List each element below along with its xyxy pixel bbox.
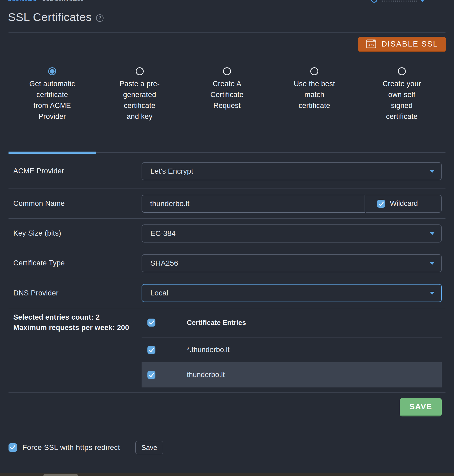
max-requests-per-week: Maximum requests per week: 200: [13, 323, 142, 333]
help-icon[interactable]: ?: [96, 14, 104, 22]
entries-header-label: Certificate Entries: [187, 319, 246, 327]
breadcrumb: DashboardSSL Certificates: [8, 0, 84, 2]
tab-label: Paste a pre-generated certificate and ke…: [117, 78, 163, 122]
breadcrumb-current: SSL Certificates: [42, 0, 84, 2]
acme-provider-label: ACME Provider: [9, 167, 142, 175]
wildcard-label: Wildcard: [390, 199, 418, 208]
acme-form: ACME Provider Let's Encrypt Common Name …: [9, 154, 445, 308]
active-tab-indicator: [9, 152, 96, 154]
ssl-certificates-page: DashboardSSL Certificates SSL Certificat…: [0, 0, 454, 476]
header-divider: [9, 32, 445, 33]
key-size-row: Key Size (bits) EC-384: [9, 219, 445, 248]
radio-icon[interactable]: [310, 67, 318, 75]
force-ssl-save-button[interactable]: Save: [135, 441, 163, 454]
certificate-type-select[interactable]: SHA256: [142, 254, 442, 272]
page-title: SSL Certificates: [8, 11, 92, 24]
svg-text:</>: </>: [368, 43, 375, 47]
key-size-value: EC-384: [150, 229, 176, 238]
taskbar: [0, 473, 454, 476]
common-name-label: Common Name: [9, 199, 142, 208]
language-selector-dotted-underline: [382, 1, 417, 2]
certificate-type-value: SHA256: [150, 259, 178, 268]
entry-checkbox[interactable]: [147, 371, 155, 379]
force-ssl-row: Force SSL with https redirect Save: [9, 441, 163, 454]
entries-list: Certificate Entries *.thunderbo.lt thund…: [142, 308, 442, 387]
selected-entries-count: Selected entries count: 2: [13, 312, 142, 323]
chevron-down-icon: [430, 232, 435, 235]
taskbar-item[interactable]: [43, 474, 78, 476]
tab-self-signed[interactable]: Create your own self signed certificate: [358, 67, 445, 122]
radio-icon[interactable]: [136, 67, 144, 75]
wildcard-panel: Wildcard: [366, 195, 442, 213]
certificate-type-label: Certificate Type: [9, 259, 142, 267]
save-button[interactable]: SAVE: [400, 398, 442, 416]
radio-icon[interactable]: [398, 67, 406, 75]
page-header: SSL Certificates ?: [8, 11, 104, 24]
entry-name: *.thunderbo.lt: [187, 346, 230, 354]
chevron-down-icon[interactable]: [420, 0, 425, 2]
entry-row-wildcard-thunderbo[interactable]: *.thunderbo.lt: [142, 337, 442, 362]
wildcard-checkbox[interactable]: [377, 200, 385, 208]
radio-icon[interactable]: [223, 67, 231, 75]
chevron-down-icon: [430, 292, 435, 295]
tab-label: Use the best match certificate: [291, 78, 337, 111]
acme-provider-row: ACME Provider Let's Encrypt: [9, 154, 445, 189]
disable-ssl-label: DISABLE SSL: [381, 40, 438, 48]
select-all-checkbox[interactable]: [147, 319, 155, 327]
section-divider: [9, 392, 445, 393]
acme-provider-select[interactable]: Let's Encrypt: [142, 162, 442, 180]
dns-provider-label: DNS Provider: [9, 289, 142, 297]
entries-info: Selected entries count: 2 Maximum reques…: [9, 308, 142, 387]
common-name-input[interactable]: [142, 195, 365, 213]
tab-label: Create your own self signed certificate: [379, 78, 425, 122]
dns-provider-row: DNS Provider Local: [9, 278, 445, 308]
key-size-label: Key Size (bits): [9, 229, 142, 237]
acme-provider-value: Let's Encrypt: [150, 167, 193, 176]
window-code-icon: </>: [366, 39, 377, 49]
certificate-entries-section: Selected entries count: 2 Maximum reques…: [9, 308, 445, 387]
force-ssl-checkbox[interactable]: [9, 443, 17, 452]
globe-icon[interactable]: [371, 0, 377, 3]
tab-label: Get automatic certificate from ACME Prov…: [29, 78, 75, 122]
disable-ssl-button[interactable]: </> DISABLE SSL: [358, 37, 446, 52]
tab-certificate-request[interactable]: Create A Certificate Request: [183, 67, 271, 122]
key-size-select[interactable]: EC-384: [142, 224, 442, 243]
certificate-type-row: Certificate Type SHA256: [9, 248, 445, 278]
chevron-down-icon: [430, 262, 435, 265]
certificate-method-tabs: Get automatic certificate from ACME Prov…: [9, 67, 445, 122]
tab-acme-provider[interactable]: Get automatic certificate from ACME Prov…: [9, 67, 96, 122]
dns-provider-value: Local: [150, 289, 168, 297]
entry-name: thunderbo.lt: [187, 371, 225, 379]
entry-checkbox[interactable]: [147, 346, 155, 354]
chevron-down-icon: [430, 170, 435, 173]
entry-row-thunderbo[interactable]: thunderbo.lt: [142, 362, 442, 387]
entries-header-row: Certificate Entries: [142, 308, 442, 337]
breadcrumb-dashboard-link[interactable]: Dashboard: [8, 0, 36, 2]
force-ssl-label: Force SSL with https redirect: [22, 443, 120, 452]
tab-paste-certificate[interactable]: Paste a pre-generated certificate and ke…: [96, 67, 183, 122]
tab-label: Create A Certificate Request: [204, 78, 250, 111]
radio-selected-icon[interactable]: [48, 67, 56, 75]
common-name-row: Common Name Wildcard: [9, 189, 445, 219]
dns-provider-select[interactable]: Local: [142, 284, 442, 302]
tab-best-match[interactable]: Use the best match certificate: [271, 67, 358, 122]
